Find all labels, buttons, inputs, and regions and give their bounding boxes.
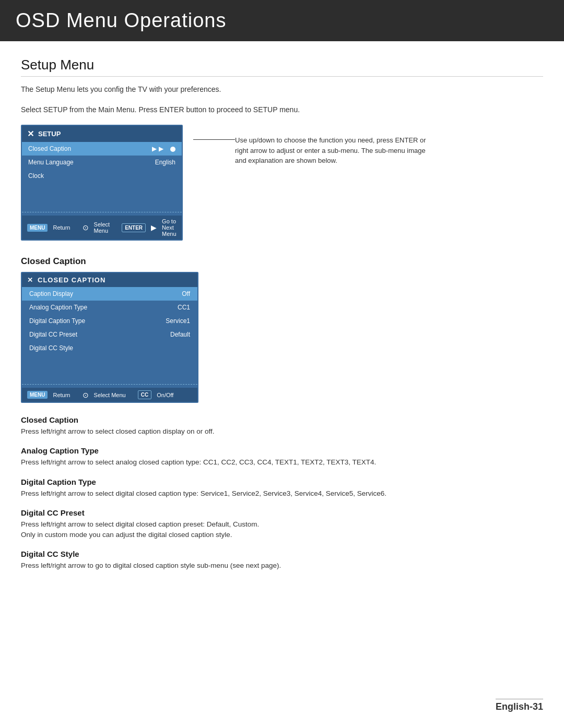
setup-next-label: Go to Next Menu [162, 218, 177, 237]
desc-text-3a: Press left/right arrow to select digital… [21, 519, 543, 530]
cc-item-label-2: Digital Caption Type [29, 317, 85, 325]
setup-item-arrows-0: ▶ ▶ [152, 145, 163, 152]
cc-menu-header: ✕ CLOSED CAPTION [22, 273, 197, 287]
desc-title-2: Digital Caption Type [21, 478, 543, 486]
setup-select-icon: ⊙ [83, 223, 89, 232]
setup-section-title: Setup Menu [21, 57, 543, 77]
cc-x-icon: ✕ [27, 276, 33, 284]
cc-item-label-0: Caption Display [29, 290, 73, 297]
cc-item-label-1: Analog Caption Type [29, 304, 87, 311]
cc-menu-footer: MENU Return ⊙ Select Menu CC On/Off [22, 388, 197, 402]
setup-menu-box: ✕ SETUP Closed Caption ▶ ▶ Menu Language… [21, 125, 183, 241]
annotation-connector [193, 139, 235, 140]
cc-menu-divider [22, 384, 197, 385]
annotation-line: Use up/down to choose the function you n… [183, 125, 543, 166]
cc-menu-item-1[interactable]: Analog Caption Type CC1 [22, 301, 197, 314]
cc-item-value-3: Default [170, 331, 190, 338]
setup-item-dot-0 [170, 147, 175, 152]
cc-item-label-4: Digital CC Style [29, 344, 73, 352]
setup-item-label-1: Menu Language [28, 159, 74, 166]
cc-return-label: Return [53, 392, 70, 398]
cc-menu-btn: MENU [27, 391, 48, 399]
page-title: OSD Menu Operations [16, 9, 548, 32]
descriptions-block: Closed Caption Press left/right arrow to… [21, 415, 543, 571]
cc-subsection-title: Closed Caption [21, 256, 543, 267]
setup-enter-btn: ENTER [122, 223, 146, 232]
page-content: Setup Menu The Setup Menu lets you confi… [0, 57, 564, 571]
desc-section-3: Digital CC Preset Press left/right arrow… [21, 508, 543, 541]
setup-item-label-0: Closed Caption [28, 145, 71, 152]
desc-text-0: Press left/right arrow to select closed … [21, 426, 543, 437]
cc-select-icon: ⊙ [83, 391, 89, 399]
setup-menu-item-0[interactable]: Closed Caption ▶ ▶ [22, 142, 182, 156]
desc-text-4: Press left/right arrow to go to digital … [21, 560, 543, 571]
setup-arrow-icon: ▶ [151, 223, 157, 232]
desc-text-3b: Only in custom mode you can adjust the d… [21, 530, 543, 540]
cc-select-label: Select Menu [94, 392, 126, 398]
cc-menu-item-3[interactable]: Digital CC Preset Default [22, 328, 197, 341]
cc-item-value-0: Off [182, 290, 190, 297]
cc-menu-item-4[interactable]: Digital CC Style [22, 341, 197, 355]
page-number: English-31 [496, 701, 543, 712]
cc-onoff-btn: CC [138, 390, 151, 399]
setup-menu-btn: MENU [27, 224, 48, 232]
desc-title-4: Digital CC Style [21, 550, 543, 558]
desc-section-4: Digital CC Style Press left/right arrow … [21, 550, 543, 571]
setup-menu-divider [22, 212, 182, 212]
cc-menu-box: ✕ CLOSED CAPTION Caption Display Off Ana… [21, 272, 198, 403]
cc-item-value-1: CC1 [178, 304, 190, 311]
cc-item-value-2: Service1 [166, 317, 190, 325]
setup-menu-empty [22, 183, 182, 209]
setup-item-value-1: English [155, 159, 175, 166]
cc-menu-header-label: CLOSED CAPTION [38, 276, 105, 284]
cc-menu-item-0[interactable]: Caption Display Off [22, 287, 197, 301]
cc-onoff-label: On/Off [157, 392, 173, 398]
setup-item-label-2: Clock [28, 172, 44, 180]
setup-menu-footer: MENU Return ⊙ Select Menu ENTER ▶ Go to … [22, 216, 182, 240]
setup-menu-item-1[interactable]: Menu Language English [22, 156, 182, 169]
setup-return-label: Return [53, 224, 70, 231]
cc-menu-item-2[interactable]: Digital Caption Type Service1 [22, 314, 197, 328]
setup-x-icon: ✕ [27, 129, 34, 139]
setup-select-label: Select Menu [94, 221, 110, 234]
setup-menu-header: ✕ SETUP [22, 126, 182, 142]
page-header: OSD Menu Operations [0, 0, 564, 41]
intro-line1: The Setup Menu lets you config the TV wi… [21, 84, 543, 95]
desc-text-2: Press left/right arrow to select digital… [21, 488, 543, 499]
page-footer: English-31 [496, 699, 543, 712]
desc-section-0: Closed Caption Press left/right arrow to… [21, 415, 543, 437]
annotation-text: Use up/down to choose the function you n… [235, 135, 433, 166]
desc-title-0: Closed Caption [21, 415, 543, 424]
desc-section-2: Digital Caption Type Press left/right ar… [21, 478, 543, 499]
setup-menu-item-2[interactable]: Clock [22, 169, 182, 183]
desc-title-1: Analog Caption Type [21, 446, 543, 455]
cc-item-label-3: Digital CC Preset [29, 331, 77, 338]
desc-text-1: Press left/right arrow to select analog … [21, 457, 543, 468]
intro-line2: Select SETUP from the Main Menu. Press E… [21, 104, 543, 115]
setup-menu-header-label: SETUP [38, 130, 61, 138]
setup-menu-illustration-row: ✕ SETUP Closed Caption ▶ ▶ Menu Language… [21, 125, 543, 241]
setup-item-value-0: ▶ ▶ [152, 145, 175, 152]
cc-menu-empty [22, 355, 197, 381]
desc-section-1: Analog Caption Type Press left/right arr… [21, 446, 543, 468]
desc-title-3: Digital CC Preset [21, 508, 543, 517]
